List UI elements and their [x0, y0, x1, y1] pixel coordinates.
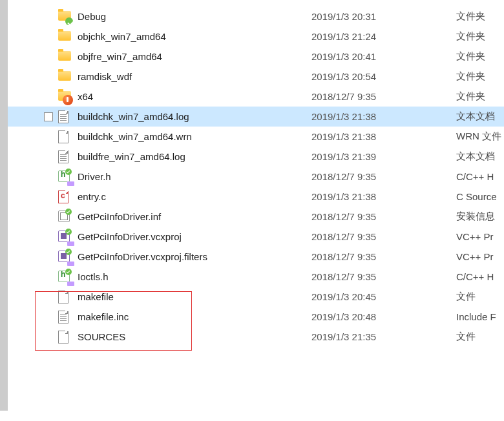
file-name: GetPciInfoDriver.vcxproj.filters	[78, 251, 304, 262]
folder-icon	[58, 30, 71, 43]
file-row[interactable]: entry.c2019/1/3 21:38C Source	[8, 187, 504, 207]
file-date: 2019/1/3 20:48	[311, 311, 402, 322]
folder-error-icon	[58, 90, 71, 103]
blank-file-icon	[58, 331, 71, 344]
file-row[interactable]: objfre_win7_amd642019/1/3 20:41文件夹	[8, 46, 504, 67]
file-date: 2019/1/3 21:38	[311, 131, 402, 142]
vcxproj-icon	[58, 231, 71, 243]
file-date: 2019/1/3 20:41	[311, 51, 402, 62]
file-name: buildfre_win7_amd64.log	[78, 151, 304, 162]
file-name: Debug	[78, 11, 304, 22]
file-row[interactable]: makefile.inc2019/1/3 20:48Include F	[8, 307, 504, 327]
file-row[interactable]: buildfre_win7_amd64.log2019/1/3 21:39文本文…	[8, 147, 504, 167]
file-name: SOURCES	[78, 331, 304, 342]
file-date: 2019/1/3 20:45	[311, 291, 402, 302]
file-name: GetPciInfoDriver.inf	[78, 211, 304, 222]
file-row[interactable]: makefile2019/1/3 20:45文件	[8, 287, 504, 307]
file-date: 2018/12/7 9:35	[311, 171, 402, 182]
file-row[interactable]: GetPciInfoDriver.vcxproj2018/12/7 9:35VC…	[8, 227, 504, 247]
file-type: 安装信息	[456, 211, 495, 223]
blank-file-icon	[58, 130, 71, 143]
file-type: C Source	[456, 191, 497, 202]
c-source-icon	[58, 190, 71, 203]
file-row[interactable]: buildchk_win7_amd64.wrn2019/1/3 21:38WRN…	[8, 127, 504, 147]
file-name: buildchk_win7_amd64.log	[78, 111, 304, 122]
file-type: Include F	[456, 311, 496, 322]
file-type: C/C++ H	[456, 171, 494, 182]
folder-icon	[58, 50, 71, 63]
file-name: Driver.h	[78, 171, 304, 182]
file-name: x64	[78, 91, 304, 102]
file-row[interactable]: objchk_win7_amd642019/1/3 21:24文件夹	[8, 26, 504, 46]
text-file-icon	[58, 150, 71, 163]
file-type: 文件	[456, 331, 476, 343]
file-date: 2019/1/3 21:38	[311, 111, 402, 122]
file-row[interactable]: buildchk_win7_amd64.log2019/1/3 21:38文本文…	[8, 107, 504, 127]
file-type: 文件	[456, 291, 476, 303]
file-name: buildchk_win7_amd64.wrn	[78, 131, 304, 142]
file-type: 文件夹	[456, 70, 485, 83]
left-gutter	[0, 0, 8, 411]
file-row[interactable]: ramdisk_wdf2019/1/3 20:54文件夹	[8, 67, 504, 87]
file-type: 文件夹	[456, 30, 485, 43]
file-name: objfre_win7_amd64	[78, 51, 304, 62]
file-name: entry.c	[78, 191, 304, 202]
file-name: GetPciInfoDriver.vcxproj	[78, 231, 304, 242]
folder-icon	[58, 70, 71, 83]
file-row[interactable]: Ioctls.h2018/12/7 9:35C/C++ H	[8, 267, 504, 287]
file-type: 文件夹	[456, 10, 485, 23]
file-date: 2019/1/3 21:35	[311, 331, 402, 342]
file-type: WRN 文件	[456, 130, 501, 143]
file-name: makefile.inc	[78, 311, 304, 322]
file-type: 文本文档	[456, 110, 495, 123]
text-file-icon	[58, 110, 71, 123]
header-file-icon	[58, 170, 71, 183]
file-date: 2019/1/3 20:54	[311, 71, 402, 82]
folder-ok-icon	[58, 10, 71, 23]
header-file-icon	[58, 271, 71, 283]
file-date: 2018/12/7 9:35	[311, 251, 402, 262]
file-type: 文件夹	[456, 50, 485, 63]
file-date: 2019/1/3 21:24	[311, 31, 402, 42]
file-date: 2019/1/3 21:38	[311, 191, 402, 202]
vcxproj-icon	[58, 251, 71, 263]
file-type: VC++ Pr	[456, 231, 494, 242]
file-name: Ioctls.h	[78, 271, 304, 282]
blank-file-icon	[58, 291, 71, 303]
file-date: 2018/12/7 9:35	[311, 211, 402, 222]
file-type: 文件夹	[456, 90, 485, 103]
inf-file-icon	[58, 211, 71, 223]
file-type: VC++ Pr	[456, 251, 494, 262]
file-row[interactable]: x642018/12/7 9:35文件夹	[8, 87, 504, 107]
text-file-icon	[58, 311, 71, 323]
file-name: objchk_win7_amd64	[78, 31, 304, 42]
file-type: C/C++ H	[456, 271, 494, 282]
file-list: Debug2019/1/3 20:31文件夹objchk_win7_amd642…	[8, 0, 504, 421]
file-row[interactable]: Debug2019/1/3 20:31文件夹	[8, 6, 504, 26]
file-row[interactable]: GetPciInfoDriver.vcxproj.filters2018/12/…	[8, 247, 504, 267]
file-date: 2018/12/7 9:35	[311, 231, 402, 242]
file-row[interactable]: Driver.h2018/12/7 9:35C/C++ H	[8, 167, 504, 187]
row-checkbox[interactable]	[44, 112, 53, 121]
file-name: ramdisk_wdf	[78, 71, 304, 82]
file-name: makefile	[78, 291, 304, 302]
file-date: 2018/12/7 9:35	[311, 91, 402, 102]
file-date: 2018/12/7 9:35	[311, 271, 402, 282]
file-date: 2019/1/3 20:31	[311, 11, 402, 22]
file-date: 2019/1/3 21:39	[311, 151, 402, 162]
file-type: 文本文档	[456, 150, 495, 163]
file-row[interactable]: GetPciInfoDriver.inf2018/12/7 9:35安装信息	[8, 207, 504, 227]
file-row[interactable]: SOURCES2019/1/3 21:35文件	[8, 327, 504, 347]
